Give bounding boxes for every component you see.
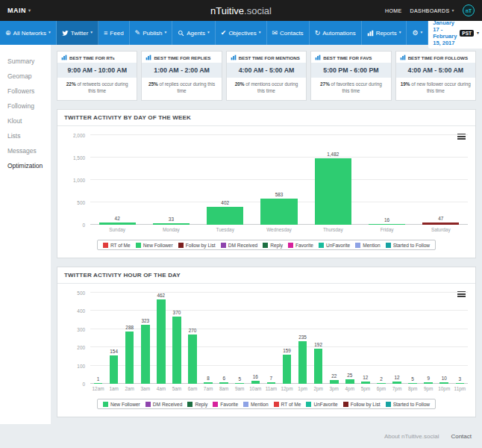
- legend-label: Mention: [363, 243, 380, 248]
- legend-item-new-follower[interactable]: New Follower: [136, 243, 173, 248]
- legend-item-favorite[interactable]: Favorite: [288, 243, 313, 248]
- bar-11pm[interactable]: [456, 383, 465, 384]
- nav-contacts[interactable]: ✉ Contacts: [267, 21, 310, 45]
- legend-item-mention[interactable]: Mention: [243, 402, 268, 407]
- sidebar-item-optimization[interactable]: Optimization: [0, 158, 51, 173]
- card-header: BEST TIME FOR RTs: [57, 52, 137, 63]
- bar-11am[interactable]: [267, 382, 276, 384]
- nav-twitter[interactable]: Twitter ▾: [57, 21, 98, 45]
- nav-publish[interactable]: ✎ Publish ▾: [130, 21, 173, 45]
- card-time-range: 5:00 PM - 6:00 PM: [311, 63, 390, 78]
- legend-item-started-to-follow[interactable]: Started to Follow: [386, 243, 430, 248]
- sidebar-item-geomap[interactable]: Geomap: [0, 69, 51, 84]
- bar-value-label: 47: [438, 216, 443, 221]
- nav-settings[interactable]: ⚙ ▾: [407, 21, 428, 45]
- footer-contact-link[interactable]: Contact: [451, 433, 472, 440]
- bar-1pm[interactable]: [298, 341, 307, 384]
- main-nav: ⊕ All Networks ▾ Twitter ▾ ≡ Feed ✎ Publ…: [0, 21, 482, 45]
- legend-item-unfavorite[interactable]: UnFavorite: [319, 243, 350, 248]
- legend-item-dm-received[interactable]: DM Received: [221, 243, 258, 248]
- legend-item-rt-of-me[interactable]: RT of Me: [103, 243, 131, 248]
- bar-10pm[interactable]: [439, 382, 448, 384]
- x-axis-label: 12pm: [279, 386, 295, 391]
- bar-1am[interactable]: [110, 355, 119, 384]
- bar-monday[interactable]: [153, 223, 190, 225]
- card-percent: 22%: [66, 81, 76, 87]
- bar-12pm[interactable]: [283, 355, 292, 384]
- bar-sunday[interactable]: [99, 223, 136, 225]
- nav-all-networks[interactable]: ⊕ All Networks ▾: [0, 21, 57, 45]
- chart-legend: New FollowerDM ReceivedReplyFavoriteMent…: [97, 399, 436, 409]
- legend-item-follow-by-list[interactable]: Follow by List: [178, 243, 216, 248]
- bar-slot: 370: [169, 293, 184, 384]
- legend-item-started-to-follow[interactable]: Started to Follow: [386, 402, 430, 407]
- workspace-menu[interactable]: MAIN ▾: [7, 7, 31, 14]
- nav-objectives[interactable]: ✔ Objectives ▾: [216, 21, 267, 45]
- bar-10am[interactable]: [251, 381, 260, 384]
- bar-4pm[interactable]: [345, 379, 354, 384]
- bar-value-label: 12: [394, 375, 399, 380]
- bar-9pm[interactable]: [424, 382, 433, 384]
- legend-item-rt-of-me[interactable]: RT of Me: [274, 402, 301, 407]
- date-range-picker[interactable]: January 17 - February 15, 2017 PST ▾: [428, 17, 482, 49]
- card-description: 25% of replies occur during this time: [142, 78, 221, 100]
- bar-6pm[interactable]: [377, 383, 386, 384]
- bar-value-label: 1,482: [327, 152, 339, 157]
- sidebar-item-klout[interactable]: Klout: [0, 113, 51, 128]
- bar-value-label: 10: [442, 376, 447, 381]
- bar-wednesday[interactable]: [260, 199, 297, 225]
- legend-swatch: [274, 402, 279, 407]
- footer-about-link[interactable]: About nTuitive.social: [384, 433, 439, 440]
- bar-3pm[interactable]: [330, 380, 339, 384]
- bar-2pm[interactable]: [314, 349, 323, 384]
- bar-saturday[interactable]: [422, 223, 459, 225]
- dashboards-menu[interactable]: DASHBOARDS ▾: [410, 8, 454, 13]
- bar-thursday[interactable]: [315, 158, 351, 225]
- sidebar-item-summary[interactable]: Summary: [0, 54, 51, 69]
- legend-item-dm-received[interactable]: DM Received: [145, 402, 183, 407]
- y-tick-label: 0: [82, 382, 85, 387]
- bar-7am[interactable]: [204, 382, 213, 384]
- legend-item-reply[interactable]: Reply: [263, 243, 283, 248]
- workspace-label: MAIN: [7, 7, 26, 14]
- bar-4am[interactable]: [157, 299, 166, 384]
- bar-3am[interactable]: [141, 325, 150, 384]
- legend-item-mention[interactable]: Mention: [355, 243, 380, 248]
- sidebar-item-followers[interactable]: Followers: [0, 84, 51, 99]
- legend-label: DM Received: [153, 402, 183, 407]
- legend-item-unfavorite[interactable]: UnFavorite: [306, 402, 337, 407]
- card-time-range: 1:00 AM - 2:00 AM: [142, 63, 221, 78]
- bar-9am[interactable]: [235, 383, 244, 384]
- sidebar-item-lists[interactable]: Lists: [0, 128, 51, 143]
- x-axis-label: Sunday: [90, 227, 144, 232]
- home-link[interactable]: HOME: [385, 8, 402, 13]
- panel-twitter-activity-hour-of-day: TWITTER ACTIVITY HOUR OF THE DAY 0100200…: [57, 267, 476, 417]
- avatar[interactable]: nT: [463, 4, 475, 16]
- legend-item-new-follower[interactable]: New Follower: [103, 402, 140, 407]
- card-header: BEST TIME FOR FAVS: [311, 52, 390, 63]
- x-axis-label: 12am: [90, 386, 106, 391]
- bar-7pm[interactable]: [392, 382, 401, 384]
- legend-item-follow-by-list[interactable]: Follow by List: [343, 402, 381, 407]
- nav-reports[interactable]: Reports ▾: [362, 21, 407, 45]
- nav-feed[interactable]: ≡ Feed: [98, 21, 130, 45]
- brand-logo[interactable]: nTuitive.social: [210, 5, 272, 16]
- nav-automations[interactable]: ↻ Automations: [310, 21, 362, 45]
- legend-item-reply[interactable]: Reply: [187, 402, 207, 407]
- legend-item-favorite[interactable]: Favorite: [213, 402, 238, 407]
- sidebar-item-messages[interactable]: Messages: [0, 143, 51, 158]
- x-axis-label: 2pm: [310, 386, 326, 391]
- bar-2am[interactable]: [125, 332, 134, 384]
- bar-5pm[interactable]: [361, 382, 370, 384]
- bar-tuesday[interactable]: [207, 207, 243, 225]
- bar-6am[interactable]: [188, 335, 197, 384]
- x-axis-label: 3pm: [326, 386, 342, 391]
- bar-friday[interactable]: [369, 224, 405, 225]
- bar-8am[interactable]: [219, 382, 228, 383]
- nav-agents[interactable]: Agents ▾: [172, 21, 216, 45]
- bar-12am[interactable]: [94, 383, 103, 384]
- bar-8pm[interactable]: [408, 383, 417, 384]
- date-range-label: January 17 - February 15, 2017: [433, 19, 457, 46]
- sidebar-item-following[interactable]: Following: [0, 99, 51, 113]
- bar-5am[interactable]: [172, 317, 181, 384]
